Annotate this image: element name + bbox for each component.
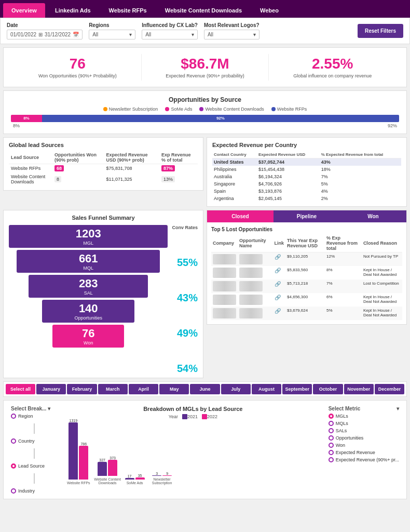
pct-pill-2: 13%: [161, 176, 175, 182]
link-icon-3[interactable]: 🔗: [275, 281, 281, 287]
radio-label-won: Won: [336, 443, 345, 448]
link-icon-4[interactable]: 🔗: [275, 295, 281, 300]
chevron-down-icon-metric[interactable]: ▾: [397, 406, 399, 411]
bar-value-2021: 3: [156, 472, 158, 475]
metric-title: Select Metric ▾: [329, 406, 399, 411]
panel-tab-closed[interactable]: Closed: [207, 210, 274, 222]
month-btn-sep[interactable]: September: [282, 384, 312, 394]
kpi-won: 76 Won Opportunities (90%+ Probability): [14, 54, 142, 81]
link-icon-1[interactable]: 🔗: [275, 254, 281, 260]
month-btn-jan[interactable]: January: [36, 384, 66, 394]
cx-filter: Influenced by CX Lab? All ▾: [142, 22, 198, 39]
cx-value: All: [145, 32, 151, 37]
month-btn-apr[interactable]: April: [129, 384, 158, 394]
radio-circle-country: [11, 438, 16, 444]
table-row: Australia $6,194,324 7%: [212, 173, 401, 180]
breakdown-radio-group: Region Country Lead Source Industry: [11, 414, 58, 494]
chevron-down-icon: ▾: [129, 32, 132, 37]
lost-col-revenue: This Year Exp Revenue USD: [285, 234, 325, 252]
month-btn-dec[interactable]: December: [375, 384, 404, 394]
panel-tab-pipeline[interactable]: Pipeline: [274, 210, 340, 222]
month-btn-mar[interactable]: March: [98, 384, 128, 394]
radio-mqls[interactable]: MQLs: [329, 421, 399, 426]
revenue-4: $4,706,926: [257, 180, 320, 188]
cx-select[interactable]: All ▾: [142, 30, 198, 39]
lead-sources-table-section: Global lead Sources Lead Source Opportun…: [3, 137, 203, 191]
row-pct-1: 87%: [159, 164, 198, 172]
month-btn-nov[interactable]: November: [344, 384, 374, 394]
radio-dot-mgls: [330, 415, 332, 417]
link-icon-2[interactable]: 🔗: [275, 268, 281, 273]
radio-exp-revenue-90[interactable]: Expected Revenue (90%+ pr...: [329, 457, 399, 462]
sal-label: SAL: [84, 290, 93, 296]
date-input[interactable]: 01/01/2022 ⊞ 31/12/2022 📅: [7, 30, 83, 39]
lost-revenue-2: $5,833,560: [285, 266, 325, 280]
reset-filters-button[interactable]: Reset Filters: [358, 24, 403, 38]
logos-value: All: [208, 32, 213, 37]
pct-2: 18%: [320, 166, 401, 173]
lost-link-3[interactable]: 🔗: [273, 280, 286, 293]
expected-revenue-country: Expected Revenue per Country Contact Cou…: [207, 137, 407, 207]
radio-mgls[interactable]: MGLs: [329, 414, 399, 419]
row-revenue-2: $11,071,325: [104, 172, 160, 186]
date-to: 31/12/2022: [45, 32, 71, 37]
pct-4: 5%: [320, 180, 401, 188]
radio-opportunities[interactable]: Opportunities: [329, 435, 399, 441]
lost-revenue-3: $5,713,218: [285, 280, 325, 293]
kpi-row: 76 Won Opportunities (90%+ Probability) …: [3, 47, 407, 87]
kpi-revenue-value: $86.7M: [148, 56, 263, 72]
month-btn-jun[interactable]: June: [190, 384, 220, 394]
regions-select[interactable]: All ▾: [89, 30, 135, 39]
link-icon-5[interactable]: 🔗: [275, 308, 281, 314]
chevron-down-icon-breakdown[interactable]: ▾: [48, 406, 50, 411]
lost-link-2[interactable]: 🔗: [273, 266, 286, 280]
tab-linkedin-ads[interactable]: Linkedin Ads: [47, 3, 99, 18]
month-btn-jul[interactable]: July: [221, 384, 251, 394]
radio-sals[interactable]: SALs: [329, 428, 399, 433]
table-row: Spain $3,193,876 4%: [212, 188, 401, 195]
radio-circle-won: [329, 443, 334, 448]
radio-circle-industry: [11, 488, 16, 494]
panel-tab-won[interactable]: Won: [340, 210, 406, 222]
lost-revenue-1: $9,110,205: [285, 252, 325, 266]
radio-country[interactable]: Country: [11, 438, 58, 444]
month-btn-select-all[interactable]: Select all: [6, 384, 35, 394]
tab-website-rfps[interactable]: Website RFPs: [101, 3, 155, 18]
radio-industry[interactable]: Industry: [11, 488, 58, 494]
radio-label-lead: Lead Source: [18, 463, 45, 469]
tab-overview[interactable]: Overview: [3, 3, 45, 18]
month-btn-may[interactable]: May: [159, 384, 189, 394]
logos-select[interactable]: All ▾: [204, 30, 259, 39]
conv-rates-col: Conv Rates 55% 43% 49% 54%: [172, 225, 198, 374]
radio-won[interactable]: Won: [329, 443, 399, 448]
table-row: Website Content Downloads 8 $11,071,325 …: [9, 172, 198, 186]
lost-col-opp: Opportunity Name: [238, 234, 273, 252]
legend-2021-label: 2021: [187, 414, 198, 419]
month-btn-feb[interactable]: February: [67, 384, 97, 394]
funnel-bar-mql-bar: 661 MQL: [17, 250, 160, 273]
revenue-6: $2,045,145: [257, 195, 320, 202]
lost-link-1[interactable]: 🔗: [273, 252, 286, 266]
bar-group-inner: 1735: [125, 474, 145, 480]
radio-lead-source[interactable]: Lead Source: [11, 463, 58, 469]
funnel-panel-section: Sales Funnel Summary 1203 MGL 661: [3, 210, 407, 378]
month-btn-oct[interactable]: October: [313, 384, 343, 394]
funnel-container: 1203 MGL 661 MQL 283: [9, 225, 198, 374]
tab-website-content[interactable]: Website Content Downloads: [157, 3, 250, 18]
month-btn-aug[interactable]: August: [252, 384, 281, 394]
country-3: Australia: [212, 173, 257, 180]
radio-label-mqls: MQLs: [336, 421, 348, 426]
lost-reason-4: Kept In House / Deal Not Awarded: [362, 293, 402, 307]
legend-newsletter: Newsletter Subscription: [103, 107, 158, 112]
lost-reason-2: Kept In House / Deal Not Awarded: [362, 266, 402, 280]
radio-exp-revenue[interactable]: Expected Revenue: [329, 450, 399, 455]
kpi-influence-value: 2.55%: [275, 56, 390, 72]
lost-opp-5: [238, 307, 273, 320]
row-revenue-1: $75,831,708: [104, 164, 160, 172]
lost-link-5[interactable]: 🔗: [273, 307, 286, 320]
radio-region[interactable]: Region: [11, 414, 58, 419]
lost-link-4[interactable]: 🔗: [273, 293, 286, 307]
lost-col-pct: % Exp Revenue from total: [325, 234, 362, 252]
tab-webeo[interactable]: Webeo: [252, 3, 287, 18]
mgl-chart-title: Breakdown of MGLs by Lead Source: [65, 406, 321, 412]
